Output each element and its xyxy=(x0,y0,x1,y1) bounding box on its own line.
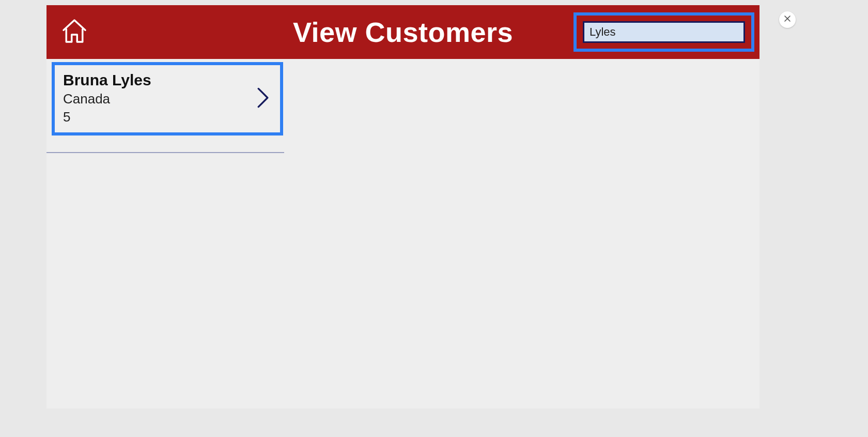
customer-country: Canada xyxy=(63,91,272,107)
close-button[interactable] xyxy=(779,11,796,28)
results-area: Bruna Lyles Canada 5 xyxy=(47,59,760,153)
home-button[interactable] xyxy=(59,17,90,48)
search-input[interactable] xyxy=(583,21,745,43)
close-icon xyxy=(784,15,791,24)
search-highlight-frame xyxy=(574,12,754,52)
customer-id: 5 xyxy=(63,109,272,125)
customer-name: Bruna Lyles xyxy=(63,71,272,89)
result-divider xyxy=(47,152,284,153)
header-bar: View Customers xyxy=(47,5,760,59)
chevron-right-icon xyxy=(255,86,271,111)
home-icon xyxy=(60,17,89,48)
customer-card[interactable]: Bruna Lyles Canada 5 xyxy=(52,62,283,135)
app-window: View Customers Bruna Lyles Canada 5 xyxy=(47,5,760,409)
